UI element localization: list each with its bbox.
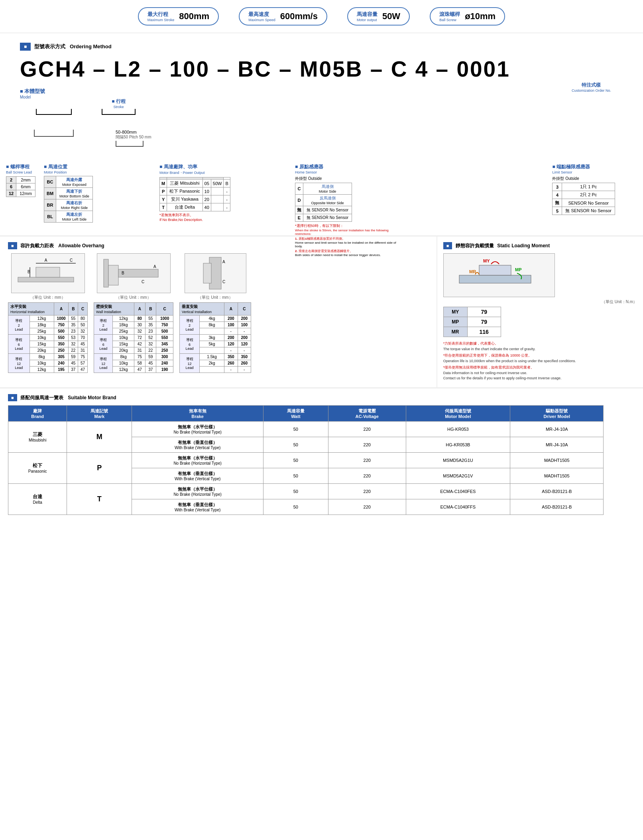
spec-en-label: Ball Screw: [439, 18, 460, 22]
spec-zh-label: 馬達容量: [357, 11, 378, 18]
svg-rect-8: [104, 259, 108, 287]
v-unit: （單位 Unit：mm）: [198, 295, 232, 300]
brand-mitsubishi: 三菱: [12, 431, 63, 438]
svg-text:C: C: [222, 280, 225, 284]
home-sensor-table: C 馬達側 Motor Side D 反馬達側 Opposite Motor S…: [295, 183, 352, 222]
svg-text:B: B: [122, 271, 124, 275]
allowable-title-zh: 容許負載力距表: [20, 243, 54, 248]
static-unit: （單位 Unit：N.m）: [443, 299, 637, 305]
svg-text:MY: MY: [483, 258, 490, 263]
static-notes: *力矩表所表示的數據，代表重心。 The torque value in the…: [443, 341, 583, 381]
ordering-section: ■ 型號表示方式 Ordering Method GCH4 – L2 – 100…: [0, 33, 643, 237]
specs-bar: 最大行程 Maximum Stroke 800mm 最高速度 Maximum S…: [0, 0, 643, 33]
combined-section: ■ 容許負載力距表 Allowable Overhang A: [0, 237, 643, 388]
order-diagram: ■ 本體型號 Model ■ 行程 Stroke: [20, 88, 623, 227]
horizontal-diagram: A B C: [11, 253, 85, 293]
brand-panasonic: 松下: [12, 462, 63, 469]
svg-text:A: A: [153, 264, 156, 269]
spec-zh-label: 滾珠螺桿: [439, 11, 460, 18]
spec-en-label: Maximum Stroke: [147, 18, 175, 22]
spec-ball-screw: 滾珠螺桿 Ball Screw ø10mm: [430, 7, 505, 26]
spec-motor-output: 馬達容量 Motor output 50W: [347, 7, 410, 26]
wall-table: 壁掛安裝Wall Installation A B C 導程2Lead 12kg…: [94, 302, 173, 373]
static-values-table: MY 79 MP 79 MR 116: [443, 307, 501, 337]
svg-text:C: C: [142, 280, 144, 284]
limit-sensor-label: ■ 端點極限感應器: [552, 164, 615, 170]
vertical-diagram: A C: [185, 253, 246, 293]
spec-value: 600mm/s: [280, 11, 318, 22]
svg-text:A: A: [222, 260, 225, 264]
svg-rect-0: [18, 277, 74, 282]
motor-brand-label: ■ 馬達廠牌、功率: [159, 164, 230, 170]
brake-type-zh: 無煞車（水平仕樣）: [138, 424, 257, 430]
static-diagram: MY MP MR: [443, 253, 555, 297]
suitable-motor-table: 廠牌Brand 馬達記號Mark 煞車有無Brake 馬達容量Watt 電源電壓…: [8, 405, 604, 515]
brand-delta: 台達: [12, 493, 63, 500]
wall-diagram: B A C: [97, 253, 171, 293]
horizontal-table: 水平安裝Horizontal Installation A B C 導程2Lea…: [8, 302, 88, 373]
svg-rect-15: [203, 263, 211, 283]
spec-max-stroke: 最大行程 Maximum Stroke 800mm: [138, 7, 219, 26]
limit-sensor-table: 3 1只 1 Pc 4 2只 2 Pc 無 SENSOR No Sensor: [552, 183, 615, 215]
order-code: GCH4 – L2 – 100 – BC – M05B – C 4 – 0001: [20, 56, 623, 82]
spec-en-label: Maximum Speed: [248, 18, 275, 22]
static-title-en: Static Loading Moment: [497, 243, 550, 248]
static-title-zh: 靜態容許負載慣量: [456, 243, 494, 248]
ordering-title-zh: 型號表示方式: [34, 43, 65, 49]
w-unit: （單位 Unit：mm）: [116, 295, 151, 300]
allowable-section: ■ 容許負載力距表 Allowable Overhang A: [0, 237, 437, 387]
spec-value: 800mm: [179, 11, 209, 22]
svg-rect-1: [36, 267, 60, 277]
motor-brand-title-en: Suitable Motor Brand: [68, 395, 116, 400]
svg-rect-18: [459, 275, 531, 283]
svg-text:C: C: [70, 258, 73, 262]
spec-zh-label: 最高速度: [248, 11, 275, 18]
motor-position-table: BC 馬達外露 Motor Exposed BM 馬達下折 Motor Bott…: [44, 176, 93, 223]
spec-zh-label: 最大行程: [147, 11, 175, 18]
spec-en-label: Motor output: [357, 18, 378, 22]
spec-value: ø10mm: [465, 11, 496, 22]
svg-rect-10: [118, 269, 158, 277]
motor-brand-section: ■ 搭配伺服馬達一覽表 Suitable Motor Brand 廠牌Brand…: [0, 388, 643, 521]
svg-text:MP: MP: [515, 267, 522, 272]
spec-max-speed: 最高速度 Maximum Speed 600mm/s: [239, 7, 327, 26]
svg-text:B: B: [28, 270, 30, 274]
ordering-section-header: ■ 型號表示方式 Ordering Method: [20, 43, 623, 50]
svg-rect-9: [108, 265, 118, 285]
svg-text:A: A: [45, 258, 47, 262]
h-unit: （單位 Unit：mm）: [30, 295, 65, 300]
allowable-title-en: Allowable Overhang: [58, 243, 104, 248]
spec-value: 50W: [382, 11, 400, 22]
svg-text:MR: MR: [469, 269, 476, 274]
home-sensor-label: ■ 原點感應器: [295, 164, 399, 170]
ordering-title-en: Ordering Method: [70, 43, 112, 49]
vertical-table: 垂直安裝Vertical Installation A C 導程2Lead 4k…: [179, 302, 251, 373]
svg-rect-19: [479, 265, 511, 275]
static-loading-section: ■ 靜態容許負載慣量 Static Loading Moment MY MP M…: [437, 237, 643, 387]
brake-type-zh: 有煞車（垂直仕樣）: [138, 440, 257, 446]
motor-brand-title-zh: 搭配伺服馬達一覽表: [20, 395, 63, 400]
motor-brand-table: M 三菱 Mitsubishi 05 50W B P 松下 Panasonic …: [159, 177, 230, 211]
motor-position-label: ■ 馬達位置: [44, 164, 93, 170]
